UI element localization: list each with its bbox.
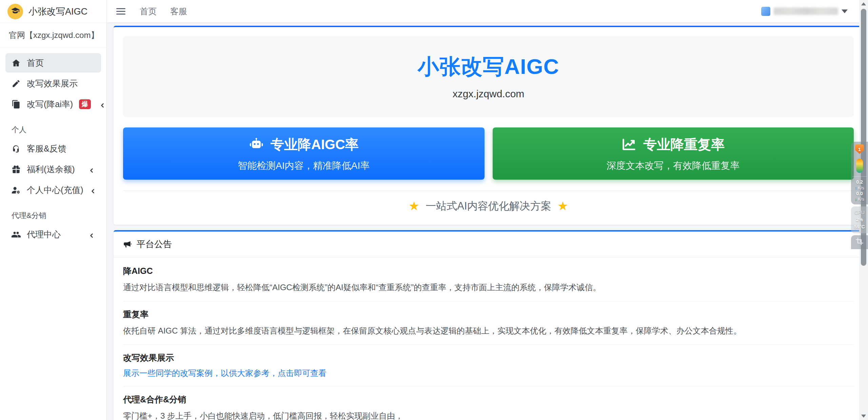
section-heading: 改写效果展示 bbox=[123, 352, 854, 363]
download-speed-value: 0.0 bbox=[852, 191, 867, 197]
sidebar-item-home[interactable]: 首页 bbox=[5, 53, 101, 73]
chevron-left-icon[interactable] bbox=[99, 101, 106, 108]
announcement-section-lower-aigc: 降AIGC 通过对比语言模型和思维逻辑，轻松降低“AIGC检测系统”的AI疑似率… bbox=[123, 258, 854, 301]
graduation-cap-icon bbox=[11, 6, 20, 17]
cpu-usage: 2% bbox=[852, 216, 867, 223]
sidebar-nav: 首页 改写效果展示 改写(降ai率) 爆 个人 客服&反馈 福利(送余额) bbox=[0, 48, 106, 249]
scroll-up-arrow-icon[interactable] bbox=[861, 2, 866, 5]
gift-icon bbox=[12, 165, 21, 174]
sidebar-item-label: 个人中心(充值) bbox=[27, 184, 83, 196]
section-heading: 重复率 bbox=[123, 309, 854, 320]
user-menu[interactable] bbox=[761, 7, 848, 16]
sidebar-item-label: 首页 bbox=[27, 57, 44, 68]
chevron-left-icon[interactable] bbox=[90, 187, 96, 194]
cpu-label: CPU bbox=[852, 209, 867, 216]
banner-title: 专业降AIGC率 bbox=[271, 135, 359, 154]
username-blurred bbox=[774, 7, 838, 15]
scroll-down-arrow-icon[interactable] bbox=[861, 415, 866, 418]
topbar-tab-support[interactable]: 客服 bbox=[170, 6, 187, 17]
section-heading: 降AIGC bbox=[123, 265, 854, 277]
section-text-line1: 零门槛+，3 步上手，小白也能快速启动，低门槛高回报，轻松实现副业自由， bbox=[123, 409, 854, 420]
page-title: 小张改写AIGC bbox=[130, 52, 847, 81]
home-icon bbox=[12, 58, 21, 67]
tagline-row: 一站式AI内容优化解决方案 bbox=[114, 191, 863, 224]
app-window: 小张改写AIGC 官网【xzgx.jzqwd.com】 首页 改写效果展示 改写… bbox=[0, 0, 868, 420]
hero-card: 小张改写AIGC xzgx.jzqwd.com 专业降AIGC率 智能检测AI内… bbox=[114, 26, 863, 225]
main-area: 首页 客服 小张改写AIGC xzgx.jzqwd.com bbox=[107, 0, 868, 420]
topbar: 首页 客服 bbox=[107, 0, 868, 22]
system-monitor-widget: 1 0.2 K/s 0.0 K/s CPU 2% 59°C bbox=[851, 142, 868, 249]
sidebar-item-benefits[interactable]: 福利(送余额) bbox=[5, 160, 101, 179]
banner-lower-aigc-rate[interactable]: 专业降AIGC率 智能检测AI内容，精准降低AI率 bbox=[123, 127, 485, 180]
hot-badge: 爆 bbox=[79, 99, 91, 109]
users-icon bbox=[12, 230, 21, 239]
feature-banners: 专业降AIGC率 智能检测AI内容，精准降低AI率 专业降重复率 深度文本改写，… bbox=[123, 127, 854, 180]
sidebar: 小张改写AIGC 官网【xzgx.jzqwd.com】 首页 改写效果展示 改写… bbox=[0, 0, 107, 420]
banner-subtitle: 智能检测AI内容，精准降低AI率 bbox=[238, 159, 370, 172]
section-label-agent: 代理&分销 bbox=[3, 201, 103, 223]
megaphone-icon bbox=[123, 240, 132, 249]
download-arrow-icon bbox=[855, 197, 858, 202]
upload-speed-value: 0.2 bbox=[852, 179, 867, 185]
user-gear-icon bbox=[12, 185, 21, 195]
star-icon bbox=[409, 200, 419, 212]
sidebar-item-support-feedback[interactable]: 客服&反馈 bbox=[5, 139, 101, 158]
screenshot-crop-icon[interactable] bbox=[851, 235, 868, 249]
site-url: xzgx.jzqwd.com bbox=[130, 88, 847, 100]
page-content: 小张改写AIGC xzgx.jzqwd.com 专业降AIGC率 智能检测AI内… bbox=[107, 22, 868, 420]
headset-icon bbox=[12, 144, 21, 153]
announcement-section-showcase: 改写效果展示 展示一些同学的改写案例，以供大家参考，点击即可查看 bbox=[123, 345, 854, 386]
topbar-tab-home[interactable]: 首页 bbox=[140, 6, 157, 17]
section-text: 依托自研 AIGC 算法，通过对比多维度语言模型与逻辑框架，在保留原文核心观点与… bbox=[123, 324, 854, 337]
edit-icon bbox=[12, 79, 21, 88]
logo-avatar bbox=[7, 4, 23, 19]
showcase-link[interactable]: 展示一些同学的改写案例，以供大家参考，点击即可查看 bbox=[123, 368, 327, 378]
download-speed-unit: K/s bbox=[858, 197, 864, 202]
chart-line-icon bbox=[622, 137, 636, 152]
sidebar-item-rewrite-lower-ai[interactable]: 改写(降ai率) 爆 bbox=[5, 95, 101, 114]
sidebar-item-agent-center[interactable]: 代理中心 bbox=[5, 225, 101, 244]
logo-row: 小张改写AIGC bbox=[0, 0, 106, 23]
sidebar-item-label: 改写(降ai率) bbox=[27, 99, 73, 110]
sidebar-item-label: 客服&反馈 bbox=[27, 143, 66, 154]
chevron-left-icon[interactable] bbox=[88, 231, 95, 238]
copy-icon bbox=[12, 100, 21, 109]
announcement-header: 平台公告 bbox=[114, 232, 863, 257]
avatar bbox=[761, 7, 770, 16]
tagline-text: 一站式AI内容优化解决方案 bbox=[426, 199, 551, 213]
announcement-section-duplication: 重复率 依托自研 AIGC 算法，通过对比多维度语言模型与逻辑框架，在保留原文核… bbox=[123, 301, 854, 345]
section-label-personal: 个人 bbox=[3, 115, 103, 138]
announcement-card: 平台公告 降AIGC 通过对比语言模型和思维逻辑，轻松降低“AIGC检测系统”的… bbox=[114, 230, 863, 420]
upload-arrow-icon bbox=[855, 185, 858, 191]
performance-gauge-icon[interactable] bbox=[856, 159, 863, 173]
app-title: 小张改写AIGC bbox=[28, 5, 87, 18]
banner-title: 专业降重复率 bbox=[643, 135, 725, 154]
chevron-left-icon[interactable] bbox=[88, 166, 95, 173]
sidebar-item-user-center[interactable]: 个人中心(充值) bbox=[5, 180, 101, 200]
upload-speed-unit: K/s bbox=[858, 185, 864, 191]
caret-down-icon bbox=[842, 9, 848, 13]
security-shield-icon[interactable]: 1 bbox=[855, 144, 864, 154]
sidebar-item-rewrite-showcase[interactable]: 改写效果展示 bbox=[5, 74, 101, 93]
hero-banner: 小张改写AIGC xzgx.jzqwd.com bbox=[123, 36, 854, 117]
hamburger-menu-icon[interactable] bbox=[116, 6, 126, 17]
sidebar-item-label: 代理中心 bbox=[27, 229, 61, 240]
announcement-body: 降AIGC 通过对比语言模型和思维逻辑，轻松降低“AIGC检测系统”的AI疑似率… bbox=[114, 257, 863, 420]
sidebar-item-label: 福利(送余额) bbox=[27, 164, 75, 175]
banner-lower-duplication-rate[interactable]: 专业降重复率 深度文本改写，有效降低重复率 bbox=[493, 127, 854, 180]
announcement-section-agent: 代理&合作&分销 零门槛+，3 步上手，小白也能快速启动，低门槛高回报，轻松实现… bbox=[123, 386, 854, 420]
official-site-label: 官网【xzgx.jzqwd.com】 bbox=[0, 23, 106, 48]
section-heading: 代理&合作&分销 bbox=[123, 394, 854, 405]
robot-icon bbox=[249, 137, 264, 152]
cpu-temperature: 59°C bbox=[852, 223, 867, 231]
banner-subtitle: 深度文本改写，有效降低重复率 bbox=[607, 159, 739, 172]
sidebar-item-label: 改写效果展示 bbox=[27, 78, 78, 89]
announcement-title: 平台公告 bbox=[137, 238, 172, 250]
star-icon bbox=[557, 200, 568, 212]
section-text: 通过对比语言模型和思维逻辑，轻松降低“AIGC检测系统”的AI疑似率和“查重系统… bbox=[123, 281, 854, 294]
